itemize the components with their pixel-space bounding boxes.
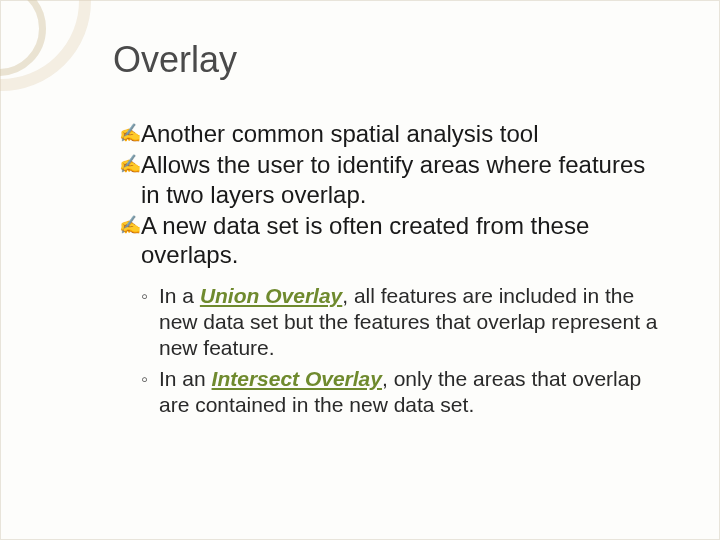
ring-small [0, 0, 46, 76]
sub-pre: In an [159, 367, 212, 390]
sub-bullet-icon: ◦ [141, 284, 148, 308]
bullet-icon: ✍ [119, 215, 141, 237]
sub-bullet-icon: ◦ [141, 367, 148, 391]
bullet-icon: ✍ [119, 123, 141, 145]
sub-pre: In a [159, 284, 200, 307]
bullet-item: ✍ Another common spatial analysis tool [119, 119, 669, 148]
bullet-text: Another common spatial analysis tool [141, 120, 539, 147]
bullet-text: A new data set is often created from the… [141, 212, 589, 268]
slide-title: Overlay [113, 39, 237, 81]
keyword-intersect-overlay: Intersect Overlay [212, 367, 382, 390]
sub-bullet-item: ◦ In a Union Overlay, all features are i… [141, 283, 669, 360]
content-area: ✍ Another common spatial analysis tool ✍… [119, 119, 669, 423]
slide: Overlay ✍ Another common spatial analysi… [0, 0, 720, 540]
sub-bullet-item: ◦ In an Intersect Overlay, only the area… [141, 366, 669, 417]
bullet-item: ✍ Allows the user to identify areas wher… [119, 150, 669, 209]
bullet-text: Allows the user to identify areas where … [141, 151, 645, 207]
ring-large [0, 0, 91, 91]
sub-bullet-group: ◦ In a Union Overlay, all features are i… [119, 283, 669, 417]
bullet-item: ✍ A new data set is often created from t… [119, 211, 669, 270]
bullet-icon: ✍ [119, 154, 141, 176]
keyword-union-overlay: Union Overlay [200, 284, 342, 307]
